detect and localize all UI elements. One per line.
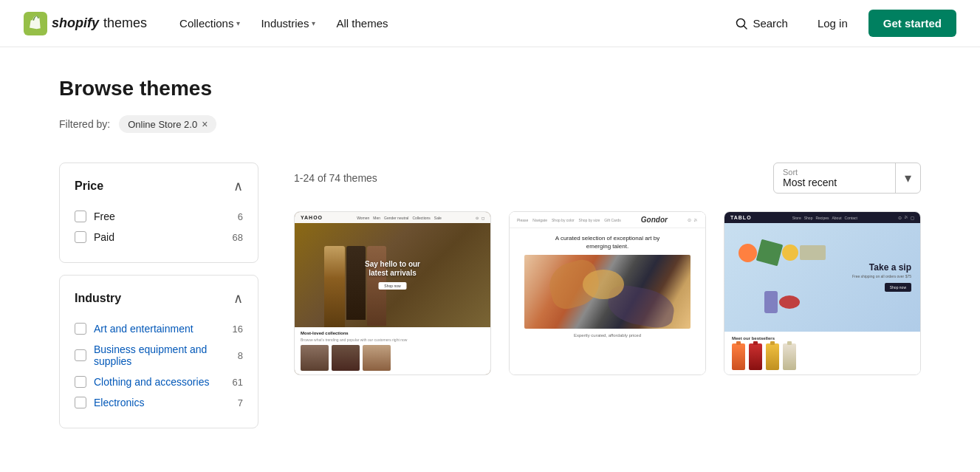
paid-count: 68 [233, 232, 243, 243]
electronics-count: 7 [238, 397, 243, 408]
main-content: Browse themes Filtered by: Online Store … [0, 47, 980, 458]
filter-tag-label: Online Store 2.0 [128, 119, 197, 130]
nav-items: Collections ▾ Industries ▾ All themes [171, 11, 726, 35]
nav-collections-label: Collections [179, 17, 233, 30]
sort-container[interactable]: Sort Most recent ▾ [773, 163, 921, 194]
industry-business-option: Business equipment and supplies 8 [75, 339, 243, 372]
navbar: shopify themes Collections ▾ Industries … [0, 0, 980, 47]
price-section-title: Price [75, 179, 103, 193]
paid-checkbox[interactable] [75, 231, 86, 243]
business-checkbox[interactable] [75, 349, 86, 361]
content-layout: Price ∧ Free 6 Paid 68 Industry [59, 163, 921, 428]
industry-section-title: Industry [75, 292, 121, 305]
industry-section-header[interactable]: Industry ∧ [75, 290, 243, 307]
clothing-count: 61 [233, 377, 243, 388]
themes-count: 1-24 of 74 themes [294, 172, 377, 184]
get-started-label: Get started [883, 17, 942, 30]
shopify-logo-icon [24, 12, 47, 35]
free-label: Free [94, 211, 230, 222]
nav-all-themes-label: All themes [336, 17, 388, 30]
filter-tag-remove-icon[interactable]: × [202, 118, 208, 130]
price-filter-section: Price ∧ Free 6 Paid 68 [59, 163, 258, 263]
sort-label: Sort [783, 168, 886, 177]
electronics-label[interactable]: Electronics [94, 397, 230, 408]
theme-card-1[interactable]: YAHOO WomenMenGender neutralCollectionsS… [294, 211, 491, 375]
clothing-checkbox[interactable] [75, 376, 86, 388]
price-free-option: Free 6 [75, 206, 243, 227]
nav-industries[interactable]: Industries ▾ [252, 11, 324, 35]
industry-electronics-option: Electronics 7 [75, 392, 243, 413]
paid-label: Paid [94, 231, 225, 243]
nav-all-themes[interactable]: All themes [327, 11, 397, 35]
filter-by-label: Filtered by: [59, 118, 110, 130]
logo-brand-text: shopify [52, 16, 99, 31]
sort-value: Most recent [783, 177, 886, 188]
price-section-header[interactable]: Price ∧ [75, 178, 243, 194]
login-button-label: Log in [818, 17, 848, 30]
theme-card-3[interactable]: TABLO StoreShopRecipesAboutContact ⊙⛭◻ [724, 211, 921, 375]
nav-industries-label: Industries [261, 17, 309, 30]
clothing-label[interactable]: Clothing and accessories [94, 376, 225, 388]
electronics-checkbox[interactable] [75, 397, 86, 408]
industry-collapse-icon: ∧ [233, 290, 243, 307]
art-checkbox[interactable] [75, 323, 86, 335]
art-label[interactable]: Art and entertainment [94, 323, 225, 335]
themes-area: 1-24 of 74 themes Sort Most recent ▾ [294, 163, 921, 428]
industry-filter-section: Industry ∧ Art and entertainment 16 Busi… [59, 275, 258, 428]
get-started-button[interactable]: Get started [868, 10, 956, 37]
search-button-label: Search [753, 17, 788, 30]
themes-grid: YAHOO WomenMenGender neutralCollectionsS… [294, 211, 921, 375]
filter-row: Filtered by: Online Store 2.0 × [59, 115, 921, 133]
logo-suffix-text: themes [103, 16, 147, 31]
nav-right: Search Log in Get started [726, 10, 956, 37]
business-count: 8 [238, 350, 243, 361]
theme-card-1-image: YAHOO WomenMenGender neutralCollectionsS… [295, 212, 490, 374]
sort-chevron-icon[interactable]: ▾ [895, 163, 920, 193]
filter-tag[interactable]: Online Store 2.0 × [119, 115, 216, 133]
search-icon [735, 17, 748, 30]
theme-card-3-image: TABLO StoreShopRecipesAboutContact ⊙⛭◻ [724, 212, 920, 374]
collections-chevron-icon: ▾ [236, 19, 240, 27]
search-button[interactable]: Search [726, 11, 797, 36]
login-button[interactable]: Log in [809, 11, 857, 35]
art-count: 16 [233, 324, 243, 335]
business-label[interactable]: Business equipment and supplies [94, 343, 230, 367]
sidebar: Price ∧ Free 6 Paid 68 Industry [59, 163, 258, 428]
price-collapse-icon: ∧ [233, 178, 243, 194]
sort-select-area[interactable]: Sort Most recent [774, 163, 895, 193]
theme-card-2[interactable]: PleaseNavigateShop by colorShop by sizeG… [509, 211, 706, 375]
page-title: Browse themes [59, 77, 921, 100]
industries-chevron-icon: ▾ [312, 19, 315, 27]
theme-card-2-image: PleaseNavigateShop by colorShop by sizeG… [510, 212, 705, 374]
svg-line-2 [744, 26, 747, 29]
industry-clothing-option: Clothing and accessories 61 [75, 372, 243, 392]
themes-header: 1-24 of 74 themes Sort Most recent ▾ [294, 163, 921, 194]
free-count: 6 [238, 211, 243, 222]
price-paid-option: Paid 68 [75, 227, 243, 247]
industry-art-option: Art and entertainment 16 [75, 318, 243, 339]
free-checkbox[interactable] [75, 211, 86, 222]
logo-link[interactable]: shopify themes [24, 12, 147, 35]
nav-collections[interactable]: Collections ▾ [171, 11, 249, 35]
